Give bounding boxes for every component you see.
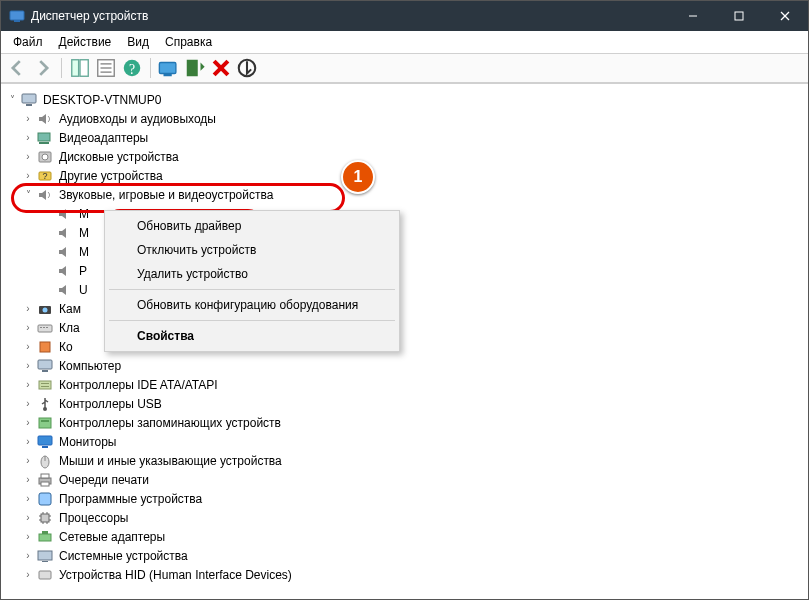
- tree-item-storage-controllers[interactable]: ›Контроллеры запоминающих устройств: [19, 413, 806, 432]
- tree-item-usb-controllers[interactable]: ›Контроллеры USB: [19, 394, 806, 413]
- tree-item-system-devices[interactable]: ›Системные устройства: [19, 546, 806, 565]
- tree-item-print-queues[interactable]: ›Очереди печати: [19, 470, 806, 489]
- svg-rect-34: [40, 342, 50, 352]
- menu-action[interactable]: Действие: [51, 33, 120, 51]
- window-title: Диспетчер устройств: [31, 9, 148, 23]
- svg-rect-32: [43, 327, 45, 328]
- expand-icon[interactable]: ›: [21, 378, 35, 392]
- svg-rect-51: [41, 514, 49, 522]
- tree-item-mice[interactable]: ›Мыши и иные указывающие устройства: [19, 451, 806, 470]
- context-disable-device[interactable]: Отключить устройств: [107, 238, 397, 262]
- speaker-icon: [37, 111, 53, 127]
- context-uninstall-device[interactable]: Удалить устройство: [107, 262, 397, 286]
- svg-point-40: [43, 407, 47, 411]
- tree-item-hid[interactable]: ›Устройства HID (Human Interface Devices…: [19, 565, 806, 584]
- collapse-icon[interactable]: ˅: [5, 93, 19, 107]
- ide-icon: [37, 377, 53, 393]
- tree-item-ide-controllers[interactable]: ›Контроллеры IDE ATA/ATAPI: [19, 375, 806, 394]
- maximize-button[interactable]: [716, 1, 762, 31]
- svg-point-25: [42, 154, 48, 160]
- device-tree[interactable]: ˅ DESKTOP-VTNMUP0 ›Аудиовходы и аудиовых…: [1, 84, 808, 599]
- tree-item-other-devices[interactable]: ›?Другие устройства: [19, 166, 806, 185]
- toolbar-help-icon[interactable]: ?: [120, 56, 144, 80]
- svg-rect-7: [80, 60, 88, 77]
- svg-rect-3: [735, 12, 743, 20]
- expand-icon[interactable]: ›: [21, 511, 35, 525]
- toolbar-forward-icon[interactable]: [31, 56, 55, 80]
- collapse-icon[interactable]: ˅: [21, 188, 35, 202]
- toolbar: ?: [1, 54, 808, 83]
- svg-rect-62: [38, 551, 52, 560]
- svg-point-29: [43, 307, 48, 312]
- expand-icon[interactable]: ›: [21, 568, 35, 582]
- svg-rect-39: [41, 386, 49, 387]
- expand-icon[interactable]: ›: [21, 397, 35, 411]
- svg-rect-30: [38, 325, 52, 332]
- toolbar-disable-icon[interactable]: [235, 56, 259, 80]
- expand-icon[interactable]: ›: [21, 340, 35, 354]
- expand-icon[interactable]: ›: [21, 302, 35, 316]
- expand-icon[interactable]: ›: [21, 473, 35, 487]
- tree-item-display-adapters[interactable]: ›Видеоадаптеры: [19, 128, 806, 147]
- toolbar-update-driver-icon[interactable]: [183, 56, 207, 80]
- svg-rect-36: [42, 370, 48, 372]
- expand-icon[interactable]: ›: [21, 416, 35, 430]
- tree-item-disk-drives[interactable]: ›Дисковые устройства: [19, 147, 806, 166]
- svg-rect-16: [187, 60, 198, 77]
- tree-item-sound-video-game[interactable]: ˅Звуковые, игровые и видеоустройства: [19, 185, 806, 204]
- tree-item-software-devices[interactable]: ›Программные устройства: [19, 489, 806, 508]
- toolbar-uninstall-icon[interactable]: [209, 56, 233, 80]
- svg-rect-64: [39, 571, 51, 579]
- context-separator: [109, 320, 395, 321]
- svg-rect-20: [22, 94, 36, 103]
- toolbar-back-icon[interactable]: [5, 56, 29, 80]
- toolbar-scan-icon[interactable]: [157, 56, 181, 80]
- svg-rect-35: [38, 360, 52, 369]
- title-bar: Диспетчер устройств: [1, 1, 808, 31]
- keyboard-icon: [37, 320, 53, 336]
- computer-icon: [21, 92, 37, 108]
- minimize-button[interactable]: [670, 1, 716, 31]
- tree-item-processors[interactable]: ›Процессоры: [19, 508, 806, 527]
- context-update-driver[interactable]: Обновить драйвер: [107, 214, 397, 238]
- svg-rect-15: [164, 74, 172, 77]
- svg-rect-63: [42, 561, 48, 562]
- svg-text:?: ?: [129, 62, 135, 77]
- expand-icon[interactable]: ›: [21, 131, 35, 145]
- context-properties[interactable]: Свойства: [107, 324, 397, 348]
- tree-item-monitors[interactable]: ›Мониторы: [19, 432, 806, 451]
- svg-rect-22: [38, 133, 50, 141]
- menu-view[interactable]: Вид: [119, 33, 157, 51]
- expand-icon[interactable]: ›: [21, 530, 35, 544]
- toolbar-showhide-icon[interactable]: [68, 56, 92, 80]
- expand-icon[interactable]: ›: [21, 435, 35, 449]
- menu-help[interactable]: Справка: [157, 33, 220, 51]
- expand-icon[interactable]: ›: [21, 321, 35, 335]
- tree-item-network-adapters[interactable]: ›Сетевые адаптеры: [19, 527, 806, 546]
- tree-root[interactable]: ˅ DESKTOP-VTNMUP0: [3, 90, 806, 109]
- expand-icon[interactable]: ›: [21, 454, 35, 468]
- tree-item-computer[interactable]: ›Компьютер: [19, 356, 806, 375]
- component-icon: [37, 339, 53, 355]
- expand-icon[interactable]: ›: [21, 549, 35, 563]
- svg-rect-38: [41, 383, 49, 384]
- mouse-icon: [37, 453, 53, 469]
- expand-icon[interactable]: ›: [21, 169, 35, 183]
- svg-rect-6: [72, 60, 79, 77]
- tree-item-audio-io[interactable]: ›Аудиовходы и аудиовыходы: [19, 109, 806, 128]
- menu-file[interactable]: Файл: [5, 33, 51, 51]
- expand-icon[interactable]: ›: [21, 112, 35, 126]
- expand-icon[interactable]: ›: [21, 492, 35, 506]
- speaker-icon: [57, 263, 73, 279]
- svg-rect-49: [41, 482, 49, 486]
- toolbar-properties-icon[interactable]: [94, 56, 118, 80]
- svg-rect-42: [41, 420, 49, 422]
- svg-rect-14: [159, 63, 176, 74]
- expand-icon[interactable]: ›: [21, 150, 35, 164]
- close-button[interactable]: [762, 1, 808, 31]
- speaker-icon: [57, 225, 73, 241]
- software-device-icon: [37, 491, 53, 507]
- svg-rect-43: [38, 436, 52, 445]
- expand-icon[interactable]: ›: [21, 359, 35, 373]
- context-scan-hardware[interactable]: Обновить конфигурацию оборудования: [107, 293, 397, 317]
